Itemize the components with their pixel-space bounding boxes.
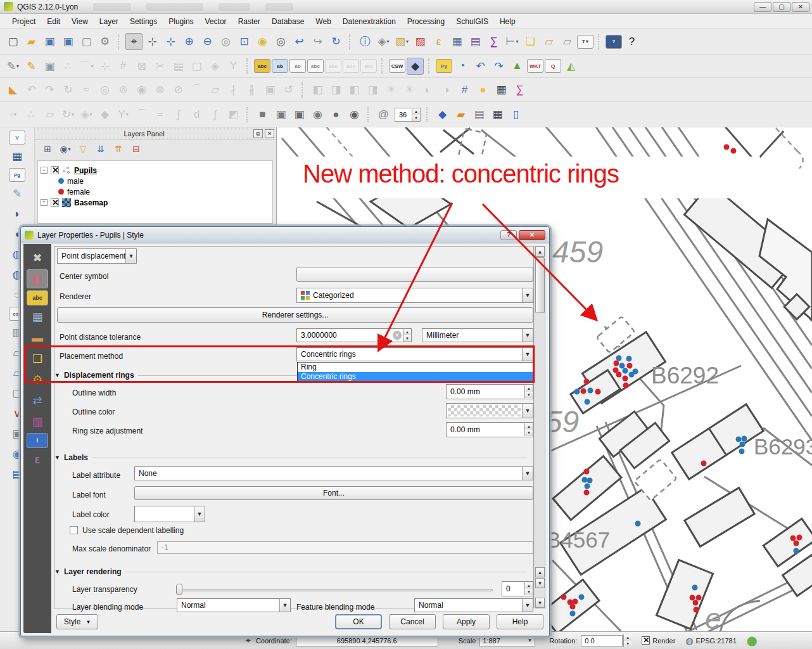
save-project-icon[interactable]: ▣ — [41, 33, 58, 50]
outline-color-button[interactable]: ▼ — [446, 403, 533, 418]
panel-float-button[interactable]: ⧉ — [253, 129, 263, 138]
select-circle-dashed-icon[interactable]: ● — [327, 106, 345, 123]
composer-manager-icon[interactable]: ⚙ — [96, 33, 113, 50]
split-parts-icon[interactable]: ∦ — [243, 81, 260, 98]
offset-curve-icon[interactable]: ⌒ — [188, 81, 205, 98]
trace-d-icon[interactable]: d — [188, 106, 205, 123]
layers-panel-titlebar[interactable]: Layers Panel ⧉ ✕ — [35, 127, 276, 140]
dialog-scrollbar[interactable]: ▲ ▲ ▼ ▼ — [535, 246, 545, 608]
collapse-all-icon[interactable]: ⇈ — [111, 142, 125, 156]
tab-style[interactable]: ◧ — [27, 269, 48, 288]
symbol-size-spinner[interactable]: 36 ▲▼ — [395, 108, 421, 122]
save-layer-edits-icon[interactable]: ▣ — [41, 58, 58, 75]
copy-features-icon[interactable]: ▤ — [170, 58, 187, 75]
label-attribute-combo[interactable]: None ▼ — [134, 466, 533, 480]
dem-terrain-icon[interactable]: ▲ — [509, 58, 526, 75]
heatmap-icon[interactable]: ● — [474, 81, 492, 98]
style-menu-button[interactable]: Style ▼ — [56, 614, 98, 629]
expand-all-icon[interactable]: ⇊ — [94, 142, 108, 156]
offset-point-symbol-icon[interactable]: ◦ — [4, 106, 22, 123]
maximize-button[interactable]: ▢ — [773, 2, 790, 12]
add-raster-layer-icon[interactable]: ▦ — [9, 148, 26, 165]
menu-edit[interactable]: Edit — [41, 15, 66, 28]
recent-projects-icon[interactable]: ▰ — [452, 106, 469, 123]
zoom-out-icon[interactable]: ⊖ — [199, 33, 216, 50]
stream-digitize-icon[interactable]: ≈ — [151, 106, 168, 123]
increase-contrast-icon[interactable]: ◐ — [419, 81, 436, 98]
apply-button[interactable]: Apply — [443, 614, 490, 629]
chevron-down-icon[interactable]: ▼ — [522, 467, 533, 480]
spinner-arrows-icon[interactable]: ▲▼ — [524, 423, 533, 436]
outline-width-spinbox[interactable]: 0.00 mm ▲▼ — [446, 384, 533, 399]
trace-integral-icon[interactable]: ∫ — [170, 106, 187, 123]
decrease-contrast-icon[interactable]: ◑ — [438, 81, 455, 98]
move-feature-icon[interactable]: ⊹ — [96, 58, 113, 75]
chevron-down-icon[interactable]: ▼ — [194, 506, 205, 522]
whats-this-icon[interactable]: ? — [623, 33, 640, 50]
menu-layer[interactable]: Layer — [94, 15, 124, 28]
tab-general[interactable]: ✖ — [27, 248, 48, 267]
rotation-spinbox[interactable]: 0.0 — [581, 635, 623, 646]
node-tool-icon[interactable]: # — [115, 58, 132, 75]
pan-to-selection-icon[interactable]: ⊹ — [162, 33, 179, 50]
layer-row-pupils[interactable]: − Pupils — [41, 165, 270, 176]
rotate-point-symbols-icon[interactable]: ↺ — [280, 81, 297, 98]
center-symbol-button[interactable] — [296, 267, 533, 282]
menu-web[interactable]: Web — [310, 15, 336, 28]
layer-checkbox-pupils[interactable] — [51, 166, 59, 174]
select-square-center-icon[interactable]: ▣ — [272, 106, 289, 123]
add-postgis-layer-icon[interactable]: Pg — [9, 168, 25, 182]
help-button[interactable]: Help — [497, 614, 543, 629]
change-symbol-icon[interactable]: ◈ — [78, 106, 95, 123]
notebook-icon[interactable]: ▯ — [507, 106, 524, 123]
menu-datenextraktion[interactable]: Datenextraktion — [337, 15, 402, 28]
decrease-brightness-icon[interactable]: ☀ — [401, 81, 418, 98]
scale-combo[interactable]: 1:887 ▼ — [479, 635, 535, 646]
tab-metadata[interactable]: i — [27, 433, 48, 448]
metasearch-icon[interactable]: ◆ — [407, 58, 424, 75]
add-ring-icon[interactable]: ◎ — [96, 81, 113, 98]
renderer-type-combo[interactable]: Point displacement ▼ — [57, 248, 137, 264]
open-project-icon[interactable]: ▰ — [23, 33, 40, 50]
spinner-arrows-icon[interactable]: ▲▼ — [524, 385, 533, 398]
expand-expander-icon[interactable]: + — [41, 199, 48, 206]
chevron-down-icon[interactable]: ▼ — [522, 404, 533, 418]
split-features-icon[interactable]: Y — [225, 58, 242, 75]
point-displacement-icon[interactable]: ▦ — [493, 81, 510, 98]
slider-handle[interactable] — [176, 584, 182, 595]
layer-label-pupils[interactable]: Pupils — [74, 166, 97, 175]
chevron-down-icon[interactable]: ▼ — [279, 599, 290, 612]
dialog-help-button[interactable]: ? — [500, 230, 517, 240]
merge-features-icon[interactable]: ▣ — [262, 81, 279, 98]
select-features-icon[interactable]: ▧ — [393, 33, 410, 50]
attribute-table-icon[interactable]: ▦ — [448, 33, 466, 50]
select-ellipse-icon[interactable]: ◉ — [346, 106, 363, 123]
layer-blend-combo[interactable]: Normal ▼ — [177, 598, 291, 612]
add-group-icon[interactable]: ⊞ — [41, 142, 54, 156]
epsg-status[interactable]: EPSG:21781 — [696, 637, 737, 645]
add-spatialite-layer-icon[interactable]: ✎ — [9, 185, 26, 202]
menu-processing[interactable]: Processing — [402, 15, 450, 28]
advanced-digitizing-icon[interactable]: ◣ — [4, 81, 22, 98]
snap-hatch-icon[interactable]: ◩ — [225, 106, 242, 123]
tab-variables[interactable]: ε — [27, 450, 48, 469]
advanced-undo-icon[interactable]: ↶ — [23, 81, 40, 98]
scroll-down-icon[interactable]: ▼ — [535, 598, 545, 608]
menu-help[interactable]: Help — [494, 15, 521, 28]
distribute-points-icon[interactable]: ∴ — [23, 106, 40, 123]
measure-icon[interactable]: ⊢ — [504, 33, 521, 50]
full-cumulative-stretch-icon[interactable]: ◨ — [364, 81, 381, 98]
select-square-dashed-icon[interactable]: ▣ — [291, 106, 308, 123]
layer-checkbox-basemap[interactable] — [51, 198, 59, 207]
max-scale-input[interactable]: -1 — [157, 541, 533, 554]
clear-icon[interactable]: ✕ — [393, 331, 402, 340]
split-features-adv-icon[interactable]: ∤ — [225, 81, 242, 98]
zoom-full-icon[interactable]: ⊡ — [236, 33, 253, 50]
add-mssql-layer-icon[interactable]: ◗ — [9, 205, 26, 222]
csw-icon[interactable]: CSW — [389, 59, 405, 73]
help-contents-icon[interactable]: ? — [606, 35, 622, 49]
local-histogram-stretch-icon[interactable]: ◧ — [309, 81, 326, 98]
show-hide-labels-icon[interactable]: abc — [307, 59, 324, 73]
add-feature-icon[interactable]: ∴ — [60, 58, 77, 75]
menu-database[interactable]: Database — [266, 15, 310, 28]
